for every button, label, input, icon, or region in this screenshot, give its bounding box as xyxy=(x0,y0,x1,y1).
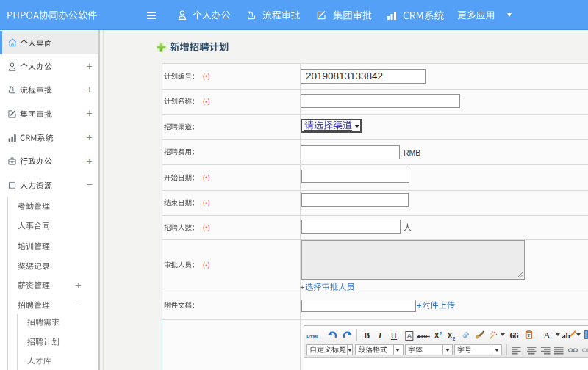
svg-text:T: T xyxy=(528,333,531,338)
